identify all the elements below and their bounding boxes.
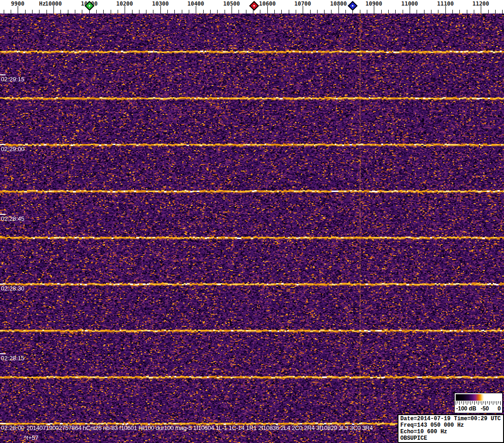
freq-minor-tick bbox=[296, 10, 296, 13]
db-colorbar-legend: -100 dB -50 0 bbox=[454, 393, 503, 413]
freq-minor-tick bbox=[4, 10, 4, 13]
freq-axis-label: 11200 bbox=[472, 0, 489, 7]
freq-axis-label: 10800 bbox=[330, 0, 347, 7]
freq-minor-tick bbox=[68, 10, 68, 13]
freq-minor-tick bbox=[474, 10, 474, 13]
freq-minor-tick bbox=[417, 10, 417, 13]
freq-major-tick bbox=[374, 6, 374, 13]
freq-minor-tick bbox=[25, 10, 26, 13]
freq-minor-tick bbox=[488, 10, 489, 13]
freq-major-tick bbox=[338, 6, 339, 13]
freq-minor-tick bbox=[182, 10, 182, 13]
freq-axis-label: 10200 bbox=[116, 0, 133, 7]
freq-minor-tick bbox=[239, 10, 239, 13]
freq-minor-tick bbox=[324, 10, 325, 13]
freq-axis-label: 10900 bbox=[365, 0, 382, 7]
spectrogram-app: { "chart_data": { "type": "heatmap", "de… bbox=[0, 0, 504, 443]
freq-minor-tick bbox=[345, 10, 346, 13]
freq-minor-tick bbox=[260, 10, 260, 13]
freq-minor-tick bbox=[438, 10, 438, 13]
freq-axis-label: 11000 bbox=[401, 0, 418, 7]
freq-axis-label: 10700 bbox=[294, 0, 311, 7]
freq-minor-tick bbox=[246, 10, 246, 13]
freq-minor-tick bbox=[132, 10, 133, 13]
detection-parameters-text: 20140719002757864 hCnt26 nb-83 f10601 hi… bbox=[27, 424, 373, 431]
freq-major-tick bbox=[445, 6, 446, 13]
observation-info-box: Date=2014-07-19 Time=00:29 UTC Freq=143 … bbox=[398, 414, 504, 443]
freq-minor-tick bbox=[403, 10, 403, 13]
freq-minor-tick bbox=[395, 10, 396, 13]
time-label: 02:28:45 bbox=[1, 215, 25, 222]
freq-minor-tick bbox=[32, 10, 33, 13]
freq-minor-tick bbox=[75, 10, 75, 13]
freq-minor-tick bbox=[96, 10, 97, 13]
freq-minor-tick bbox=[388, 10, 389, 13]
freq-major-tick bbox=[160, 6, 161, 13]
freq-minor-tick bbox=[146, 10, 146, 13]
info-date-time: Date=2014-07-19 Time=00:29 UTC bbox=[400, 416, 501, 422]
time-label: 02:28:15 bbox=[1, 355, 25, 362]
freq-axis-label: 10000 bbox=[45, 0, 62, 7]
freq-minor-tick bbox=[367, 10, 367, 13]
time-tick bbox=[0, 74, 6, 75]
freq-minor-tick bbox=[39, 10, 40, 13]
freq-axis-label: 10600 bbox=[259, 0, 276, 7]
freq-axis-label: 10500 bbox=[223, 0, 240, 7]
freq-minor-tick bbox=[452, 10, 453, 13]
freq-minor-tick bbox=[11, 10, 11, 13]
freq-minor-tick bbox=[502, 10, 503, 13]
freq-minor-tick bbox=[118, 10, 118, 13]
time-tick bbox=[0, 423, 6, 424]
freq-minor-tick bbox=[274, 10, 275, 13]
freq-major-tick bbox=[410, 6, 410, 13]
freq-minor-tick bbox=[317, 10, 318, 13]
freq-minor-tick bbox=[289, 10, 289, 13]
time-label: 02:28:30 bbox=[1, 285, 25, 292]
freq-minor-tick bbox=[459, 10, 460, 13]
freq-major-tick bbox=[267, 6, 268, 13]
time-label: 02:28:00 bbox=[1, 424, 25, 431]
freq-major-tick bbox=[303, 6, 303, 13]
freq-minor-tick bbox=[431, 10, 431, 13]
freq-axis-label: 10300 bbox=[152, 0, 169, 7]
colorbar-ticks bbox=[456, 401, 501, 405]
time-label: 02:29:15 bbox=[1, 76, 25, 83]
freq-axis-label: 11100 bbox=[437, 0, 454, 7]
freq-minor-tick bbox=[360, 10, 360, 13]
freq-minor-tick bbox=[217, 10, 218, 13]
freq-minor-tick bbox=[331, 10, 332, 13]
freq-major-tick bbox=[481, 6, 481, 13]
freq-major-tick bbox=[125, 6, 125, 13]
freq-minor-tick bbox=[381, 10, 382, 13]
freq-minor-tick bbox=[210, 10, 211, 13]
freq-minor-tick bbox=[203, 10, 204, 13]
spectrogram-waterfall bbox=[0, 13, 504, 443]
freq-minor-tick bbox=[153, 10, 153, 13]
colorbar-label-max: 0 bbox=[497, 405, 501, 412]
freq-major-tick bbox=[232, 6, 232, 13]
freq-minor-tick bbox=[60, 10, 61, 13]
freq-minor-tick bbox=[424, 10, 424, 13]
info-station: OBSUPICE bbox=[400, 435, 501, 442]
time-tick bbox=[0, 214, 6, 215]
freq-major-tick bbox=[196, 6, 196, 13]
freq-major-tick bbox=[18, 6, 18, 13]
colorbar-gradient bbox=[456, 394, 501, 401]
freq-minor-tick bbox=[467, 10, 467, 13]
freq-minor-tick bbox=[46, 10, 47, 13]
freq-major-tick bbox=[53, 6, 54, 13]
info-frequency: Freq=143 050 000 Hz bbox=[400, 422, 501, 429]
freq-minor-tick bbox=[189, 10, 189, 13]
freq-minor-tick bbox=[174, 10, 175, 13]
freq-minor-tick bbox=[281, 10, 282, 13]
time-tick bbox=[0, 284, 6, 284]
freq-minor-tick bbox=[495, 10, 496, 13]
colorbar-label-min: -100 dB bbox=[456, 405, 476, 412]
info-echo: Echo=10 600 Hz bbox=[400, 429, 501, 435]
time-tick bbox=[0, 353, 6, 354]
freq-minor-tick bbox=[103, 10, 104, 13]
colorbar-label-mid: -50 bbox=[481, 405, 489, 412]
freq-minor-tick bbox=[167, 10, 168, 13]
freq-minor-tick bbox=[225, 10, 225, 13]
freq-minor-tick bbox=[310, 10, 311, 13]
